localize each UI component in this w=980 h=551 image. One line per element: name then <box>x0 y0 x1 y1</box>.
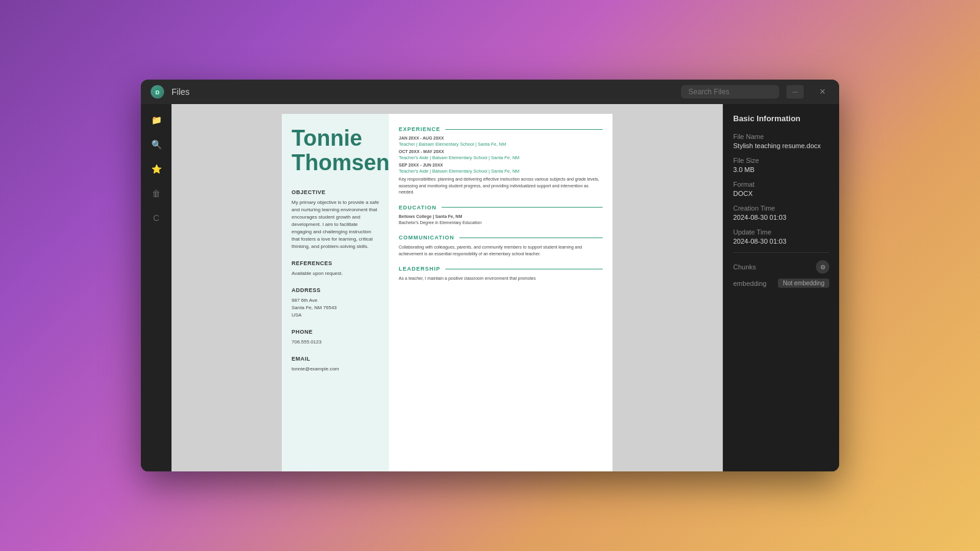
exp2-date: OCT 20XX - MAY 20XX <box>399 149 603 154</box>
email-title: EMAIL <box>292 356 379 362</box>
exp-desc: Key responsibilities: planning and deliv… <box>399 176 603 196</box>
resume-right-column: EXPERIENCE JAN 20XX - AUG 20XX Teacher |… <box>389 114 612 471</box>
app-logo: D <box>151 85 164 99</box>
update-time-row: Update Time 2024-08-30 01:03 <box>733 228 829 245</box>
left-sidebar: 📁 🔍 ⭐ 🗑 C <box>141 104 172 471</box>
chunks-settings-icon[interactable]: ⚙ <box>816 260 829 274</box>
experience-title: EXPERIENCE <box>399 126 603 132</box>
exp2-job: Teacher's Aide | Balsam Elementary Schoo… <box>399 155 603 160</box>
app-title: Files <box>172 87 190 97</box>
search-input[interactable] <box>681 85 779 99</box>
more-btn[interactable]: ··· <box>786 85 804 99</box>
sidebar-icon-5[interactable]: C <box>146 208 166 228</box>
title-bar: D Files ··· × <box>141 80 839 104</box>
education-section: EDUCATION Bellows College | Santa Fe, NM… <box>399 204 603 227</box>
file-size-value: 3.0 MB <box>733 166 829 173</box>
update-time-value: 2024-08-30 01:03 <box>733 238 829 245</box>
not-embedding-badge: Not embedding <box>778 279 829 288</box>
address-title: ADDRESS <box>292 287 379 293</box>
address-text: 987 6th Ave Santa Fe, NM 76543 USA <box>292 297 379 319</box>
sidebar-icon-1[interactable]: 📁 <box>146 110 166 130</box>
objective-title: OBJECTIVE <box>292 189 379 195</box>
chunks-label: Chunks <box>733 263 756 271</box>
exp3-date: SEP 20XX - JUN 20XX <box>399 163 603 167</box>
edu-degree: Bachelor's Degree in Elementary Educatio… <box>399 220 603 227</box>
comm-text: Collaborating with colleagues, parents, … <box>399 244 603 257</box>
phone-value: 706.555.0123 <box>292 339 379 346</box>
divider <box>733 252 829 253</box>
app-window: D Files ··· × 📁 🔍 ⭐ 🗑 C Tonnie <box>141 80 839 471</box>
sidebar-icon-3[interactable]: ⭐ <box>146 159 166 179</box>
exp1-job: Teacher | Balsam Elementary School | San… <box>399 141 603 147</box>
format-row: Format DOCX <box>733 181 829 197</box>
resume-name: Tonnie Thomsen <box>292 126 379 174</box>
svg-text:D: D <box>156 89 160 96</box>
creation-time-row: Creation Time 2024-08-30 01:03 <box>733 204 829 221</box>
creation-time-value: 2024-08-30 01:03 <box>733 214 829 221</box>
leadership-title: LEADERSHIP <box>399 266 603 272</box>
objective-text: My primary objective is to provide a saf… <box>292 199 379 250</box>
update-time-label: Update Time <box>733 228 829 236</box>
main-content: 📁 🔍 ⭐ 🗑 C Tonnie Thomsen OBJECTIVE My pr <box>141 104 839 471</box>
exp3-job: Teacher's Aide | Balsam Elementary Schoo… <box>399 168 603 174</box>
sidebar-icon-4[interactable]: 🗑 <box>146 184 166 203</box>
format-label: Format <box>733 181 829 188</box>
resume-paper: Tonnie Thomsen OBJECTIVE My primary obje… <box>282 114 612 471</box>
chunks-row: Chunks ⚙ <box>733 260 829 274</box>
embedding-row: embedding Not embedding <box>733 279 829 288</box>
edu-school: Bellows College | Santa Fe, NM <box>399 214 603 219</box>
references-text: Available upon request. <box>292 270 379 277</box>
doc-page[interactable]: Tonnie Thomsen OBJECTIVE My primary obje… <box>172 104 723 471</box>
embedding-label: embedding <box>733 280 766 287</box>
right-panel: Basic Information File Name Stylish teac… <box>723 104 839 471</box>
communication-section: COMMUNICATION Collaborating with colleag… <box>399 234 603 257</box>
format-value: DOCX <box>733 190 829 197</box>
email-value: tonnie@example.com <box>292 365 379 373</box>
doc-viewer: Tonnie Thomsen OBJECTIVE My primary obje… <box>172 104 723 471</box>
file-name-value: Stylish teaching resume.docx <box>733 142 829 149</box>
panel-title: Basic Information <box>733 114 829 123</box>
education-title: EDUCATION <box>399 204 603 211</box>
phone-title: PHONE <box>292 329 379 335</box>
file-name-row: File Name Stylish teaching resume.docx <box>733 133 829 149</box>
sidebar-icon-2[interactable]: 🔍 <box>146 135 166 154</box>
exp1-date: JAN 20XX - AUG 20XX <box>399 136 603 140</box>
communication-title: COMMUNICATION <box>399 234 603 241</box>
experience-section: EXPERIENCE JAN 20XX - AUG 20XX Teacher |… <box>399 126 603 196</box>
file-size-label: File Size <box>733 157 829 164</box>
resume-left-column: Tonnie Thomsen OBJECTIVE My primary obje… <box>282 114 389 471</box>
file-name-label: File Name <box>733 133 829 140</box>
leadership-section: LEADERSHIP As a teacher, I maintain a po… <box>399 266 603 282</box>
file-size-row: File Size 3.0 MB <box>733 157 829 173</box>
references-title: REFERENCES <box>292 260 379 266</box>
leadership-text: As a teacher, I maintain a positive clas… <box>399 276 603 282</box>
creation-time-label: Creation Time <box>733 204 829 212</box>
close-button[interactable]: × <box>816 85 829 99</box>
